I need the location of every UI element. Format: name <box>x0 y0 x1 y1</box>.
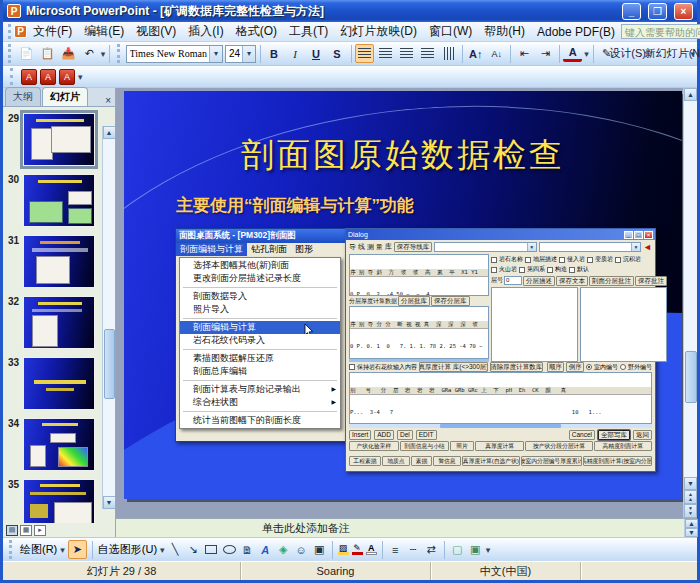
increase-font-button[interactable]: A↑ <box>466 44 485 63</box>
draw-menu-button[interactable]: 绘图(R) <box>20 542 57 557</box>
menu-adobe-pdf[interactable]: Adobe PDF(B) <box>531 23 621 41</box>
tab-outline[interactable]: 大纲 <box>5 87 41 106</box>
line-style-icon[interactable]: ≡ <box>388 541 403 559</box>
justify-button[interactable] <box>418 44 437 63</box>
toolbar-options-icon[interactable]: ▾ <box>690 49 695 59</box>
font-name-combo[interactable]: Times New Roman ▾ <box>126 45 223 63</box>
embedded-app-window-image[interactable]: 面图桌面系统 - [PM302]剖面图 剖面编辑与计算 钻孔剖面 图形 选择本图… <box>175 228 346 442</box>
pdf-email-icon[interactable]: A <box>40 69 56 85</box>
align-left-button[interactable] <box>355 44 374 63</box>
italic-button[interactable]: I <box>286 44 305 63</box>
help-search-input[interactable]: 键入需要帮助的问题 <box>621 24 700 39</box>
menu-insert[interactable]: 插入(I) <box>182 21 229 42</box>
toolbar-handle[interactable] <box>10 68 15 85</box>
minimize-button[interactable]: _ <box>622 3 641 20</box>
decrease-font-button[interactable]: A↓ <box>487 44 506 63</box>
menu-edit[interactable]: 编辑(E) <box>78 21 130 42</box>
paste-icon[interactable]: 📥 <box>59 44 78 63</box>
notes-placeholder[interactable]: 单击此处添加备注 <box>262 521 350 536</box>
textbox-tool-icon[interactable]: 🗎 <box>240 541 255 559</box>
pdf-toolbar-options-icon[interactable]: ▾ <box>78 72 83 82</box>
align-right-button[interactable] <box>397 44 416 63</box>
dash-style-icon[interactable]: ┄ <box>406 541 421 559</box>
chevron-down-icon[interactable]: ▾ <box>242 46 255 62</box>
rectangle-tool-icon[interactable] <box>204 541 219 559</box>
thumbnail-slide-33[interactable]: 33 <box>6 357 100 410</box>
slide-sorter-view-button[interactable]: ▦ <box>20 525 32 536</box>
thumbnail-slide-32[interactable]: 32 <box>6 296 100 349</box>
notes-pane[interactable]: 单击此处添加备注 ▲ ▼ <box>116 518 697 537</box>
select-objects-button[interactable]: ➤ <box>68 540 87 559</box>
thumbnail-image[interactable] <box>23 235 95 288</box>
arrow-tool-icon[interactable]: ↘ <box>186 541 201 559</box>
scrollbar-thumb[interactable] <box>104 329 115 399</box>
status-language[interactable]: 中文(中国) <box>431 562 581 580</box>
diagram-tool-icon[interactable]: ◈ <box>276 541 291 559</box>
increase-indent-button[interactable]: ⇥ <box>536 44 555 63</box>
shadow-button[interactable]: S <box>328 44 347 63</box>
canvas-scrollbar[interactable]: ▲ ▼ ▲▲ ▼▼ <box>683 88 697 518</box>
copy-icon[interactable]: 📋 <box>38 44 57 63</box>
autoshapes-button[interactable]: 自选图形(U) <box>98 542 157 557</box>
3d-style-icon[interactable]: ▣ <box>468 541 483 559</box>
wordart-tool-icon[interactable]: A <box>258 541 273 559</box>
menu-help[interactable]: 帮助(H) <box>478 21 531 42</box>
toolbar-handle[interactable] <box>117 44 121 62</box>
slideshow-view-button[interactable]: ▸ <box>34 525 46 536</box>
line-color-button[interactable]: ✎ <box>352 544 363 555</box>
thumbnail-image[interactable] <box>23 296 95 349</box>
menu-slideshow[interactable]: 幻灯片放映(D) <box>334 21 423 42</box>
toolbar-handle[interactable] <box>8 24 11 39</box>
scroll-up-icon[interactable]: ▲ <box>103 126 116 139</box>
new-document-icon[interactable]: 📄 <box>17 44 36 63</box>
underline-button[interactable]: U <box>307 44 326 63</box>
maximize-button[interactable]: ❐ <box>648 3 667 20</box>
menu-window[interactable]: 窗口(W) <box>423 21 478 42</box>
next-slide-button[interactable]: ▼▼ <box>684 504 697 518</box>
previous-slide-button[interactable]: ▲▲ <box>684 490 697 504</box>
line-tool-icon[interactable]: ╲ <box>168 541 183 559</box>
pdf-convert-icon[interactable]: A <box>21 69 37 85</box>
thumbnail-slide-31[interactable]: 31 <box>6 235 100 288</box>
font-color-button2[interactable]: A <box>366 544 377 555</box>
design-button[interactable]: 设计(S) <box>618 44 637 63</box>
drawbar-options-icon[interactable]: ▾ <box>486 545 491 555</box>
undo-dropdown-icon[interactable]: ▾ <box>101 49 106 59</box>
columns-button[interactable] <box>439 44 458 63</box>
bold-button[interactable]: B <box>265 44 284 63</box>
embedded-dialog-image[interactable]: Dialog _ □ × 导 线 测 量 库 保存导线库 ▼ ▼ ◄ <box>345 228 656 472</box>
tab-slides[interactable]: 幻灯片 <box>42 87 88 106</box>
menu-view[interactable]: 视图(V) <box>130 21 182 42</box>
menu-file[interactable]: 文件(F) <box>27 21 78 42</box>
arrow-style-icon[interactable]: ⇄ <box>424 541 439 559</box>
scroll-down-icon[interactable]: ▼ <box>684 477 697 490</box>
chevron-down-icon[interactable]: ▾ <box>209 46 222 62</box>
toolbar-handle[interactable] <box>8 44 12 62</box>
draw-dropdown-icon[interactable]: ▾ <box>60 545 65 555</box>
slide-subtitle[interactable]: 主要使用“剖面编辑与计算”功能 <box>176 194 414 217</box>
pane-close-icon[interactable]: × <box>105 95 111 106</box>
clipart-tool-icon[interactable]: ☺ <box>294 541 309 559</box>
oval-tool-icon[interactable] <box>222 541 237 559</box>
menu-tools[interactable]: 工具(T) <box>283 21 334 42</box>
new-slide-button[interactable]: 新幻灯片(N) <box>660 44 688 63</box>
picture-tool-icon[interactable]: ▣ <box>312 541 327 559</box>
thumbnail-slide-30[interactable]: 30 <box>6 174 100 227</box>
align-center-button[interactable] <box>376 44 395 63</box>
shadow-style-icon[interactable]: ▢ <box>450 541 465 559</box>
scroll-down-icon[interactable]: ▼ <box>685 528 698 537</box>
font-color-dropdown-icon[interactable]: ▾ <box>584 49 589 59</box>
thumbnail-slide-35[interactable]: 35 <box>6 479 100 523</box>
slide[interactable]: 剖面图原始数据检查 主要使用“剖面编辑与计算”功能 面图桌面系统 - [PM30… <box>124 91 682 499</box>
decrease-indent-button[interactable]: ⇤ <box>515 44 534 63</box>
undo-icon[interactable]: ↶ <box>80 44 99 63</box>
thumbnail-scrollbar[interactable]: ▲ ▼ <box>102 126 115 509</box>
slide-title[interactable]: 剖面图原始数据检查 <box>124 133 682 178</box>
thumbnail-image[interactable] <box>23 113 95 166</box>
thumbnail-slide-34[interactable]: 34 <box>6 418 100 471</box>
normal-view-button[interactable]: ▤ <box>6 525 18 536</box>
font-size-combo[interactable]: 24 ▾ <box>225 45 256 63</box>
autoshapes-dropdown-icon[interactable]: ▾ <box>160 545 165 555</box>
scroll-up-icon[interactable]: ▲ <box>685 519 698 528</box>
menu-format[interactable]: 格式(O) <box>230 21 283 42</box>
